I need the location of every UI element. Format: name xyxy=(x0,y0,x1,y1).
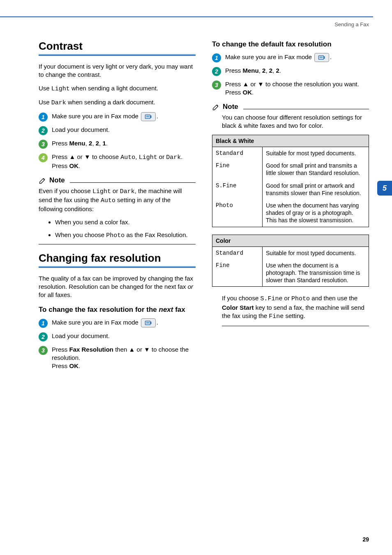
note-bullets: When you send a color fax. When you choo… xyxy=(55,218,196,240)
note-rule xyxy=(243,109,369,109)
italic-text: or xyxy=(188,283,193,290)
text: Press xyxy=(52,362,69,369)
step-body: Make sure you are in Fax mode . xyxy=(225,53,369,62)
note-icon xyxy=(212,103,220,111)
table-cell-val: Suitable for most typed documents. xyxy=(262,246,369,259)
table-header: Black & White xyxy=(212,135,369,147)
table-cell-key: Fine xyxy=(212,159,263,179)
text: Press xyxy=(52,140,69,147)
next-step-1: 1 Make sure you are in Fax mode . xyxy=(39,318,196,328)
text: , xyxy=(265,67,269,74)
step-number-icon: 2 xyxy=(212,67,221,76)
note-label: Note xyxy=(223,103,238,111)
text: Make sure you are in Fax mode xyxy=(52,113,140,120)
text: To change the fax resolution for the xyxy=(39,306,159,313)
content-columns: Contrast If your document is very light … xyxy=(0,28,392,374)
page-number: 29 xyxy=(362,536,369,543)
step-body: Press Fax Resolution then ▲ or ▼ to choo… xyxy=(52,345,196,371)
table-row: PhotoUse when the document has varying s… xyxy=(212,199,369,227)
contrast-step-2: 2 Load your document. xyxy=(39,126,196,135)
mono-text: Light xyxy=(51,85,70,92)
left-column: Contrast If your document is very light … xyxy=(39,40,196,374)
text: If you choose xyxy=(222,295,260,302)
text: or xyxy=(111,187,120,194)
svg-rect-0 xyxy=(145,115,150,119)
text: as the Fax Resolution. xyxy=(125,231,187,238)
table-cell-val: Good for small print or artwork and tran… xyxy=(262,180,369,199)
text: fax xyxy=(173,306,185,313)
text: Press xyxy=(225,67,243,74)
text: , xyxy=(135,153,138,160)
table-cell-key: Standard xyxy=(212,246,263,259)
text: The quality of a fax can be improved by … xyxy=(39,275,193,290)
step-body: Press Menu, 2, 2, 2. xyxy=(225,67,369,75)
use-dark: Use Dark when sending a dark document. xyxy=(39,98,196,107)
text: . xyxy=(106,140,108,147)
step-number-icon: 1 xyxy=(39,113,48,122)
bullet-item: When you send a color fax. xyxy=(55,218,196,226)
color-table: Color StandardSuitable for most typed do… xyxy=(212,235,369,287)
note-heading: Note xyxy=(212,103,369,111)
step-body: Load your document. xyxy=(52,126,196,134)
color-footnote: If you choose S.Fine or Photo and then u… xyxy=(222,294,369,321)
step-number-icon: 3 xyxy=(39,140,48,149)
bold-text: 2 xyxy=(96,140,99,147)
text: or xyxy=(282,295,291,302)
text: . xyxy=(78,362,80,369)
table-row: FineGood for small print and transmits a… xyxy=(212,159,369,179)
mono-text: Dark xyxy=(166,154,181,161)
bold-text: 2 xyxy=(269,67,272,74)
step-body: Press ▲ or ▼ to choose the resolution yo… xyxy=(225,80,369,97)
text: . xyxy=(78,162,80,169)
section-rule xyxy=(39,266,196,268)
fax-mode-icon xyxy=(314,53,329,62)
bold-text: OK xyxy=(69,362,79,369)
bold-text: Menu xyxy=(243,67,259,74)
note-rule xyxy=(70,182,196,183)
bold-text: Menu xyxy=(69,140,85,147)
step-number-icon: 2 xyxy=(39,126,48,135)
step-number-icon: 1 xyxy=(212,53,221,62)
contrast-heading: Contrast xyxy=(39,40,196,53)
bold-text: OK xyxy=(69,162,79,169)
chapter-tab: 5 xyxy=(377,181,392,196)
svg-rect-5 xyxy=(150,322,151,324)
bold-text: 2 xyxy=(276,67,279,74)
text: or xyxy=(157,153,166,160)
text: Use xyxy=(39,99,51,106)
step-body: Press Menu, 2, 2, 1. xyxy=(52,139,196,147)
step-number-icon: 3 xyxy=(212,81,221,90)
italic-bold-text: next xyxy=(159,306,173,313)
text: Press xyxy=(225,89,243,96)
text: Press xyxy=(52,346,69,353)
bw-table: Black & White StandardSuitable for most … xyxy=(212,135,369,227)
bold-text: Fax Resolution xyxy=(69,346,114,353)
changing-intro: The quality of a fax can be improved by … xyxy=(39,274,196,299)
text: for all faxes. xyxy=(39,291,72,298)
text: . xyxy=(279,67,281,74)
mono-text: Photo xyxy=(106,232,125,239)
default-step-3: 3 Press ▲ or ▼ to choose the resolution … xyxy=(212,80,369,97)
table-cell-key: Fine xyxy=(212,259,263,287)
section-rule xyxy=(39,54,196,56)
step-number-icon: 4 xyxy=(39,153,48,162)
step-body: Load your document. xyxy=(52,332,196,340)
contrast-step-1: 1 Make sure you are in Fax mode . xyxy=(39,112,196,122)
step-body: Make sure you are in Fax mode . xyxy=(52,112,196,121)
mono-text: S.Fine xyxy=(260,295,282,302)
text: Use xyxy=(39,85,51,92)
table-row: StandardSuitable for most typed document… xyxy=(212,147,369,160)
note-label: Note xyxy=(49,176,65,184)
text: Even if you choose xyxy=(39,187,92,194)
mono-text: Light xyxy=(139,154,157,161)
table-cell-key: Photo xyxy=(212,199,263,227)
breadcrumb: Sending a Fax xyxy=(0,21,369,28)
note-end-rule xyxy=(39,244,196,244)
text: . xyxy=(252,89,254,96)
table-row: S.FineGood for small print or artwork an… xyxy=(212,180,369,199)
svg-rect-1 xyxy=(150,115,151,118)
text: When you choose xyxy=(55,231,106,238)
step-number-icon: 1 xyxy=(39,319,48,328)
mono-text: Photo xyxy=(291,295,310,302)
table-cell-val: Suitable for most typed documents. xyxy=(262,147,369,160)
